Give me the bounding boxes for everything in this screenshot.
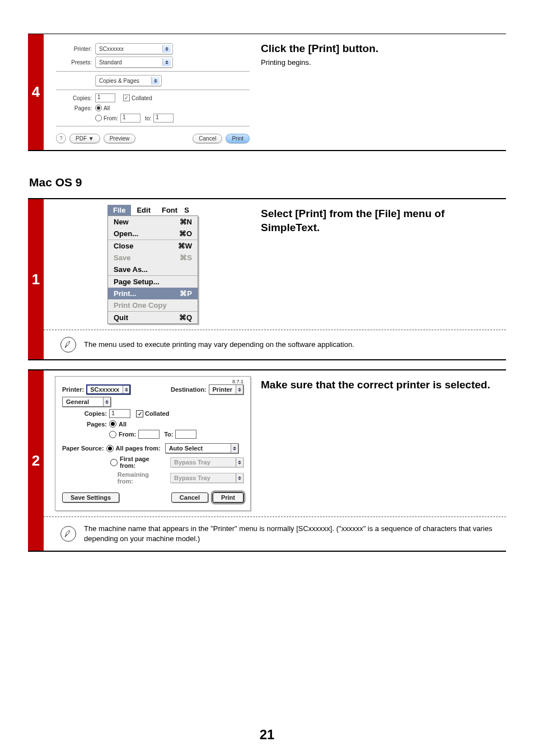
- cancel-button[interactable]: Cancel: [193, 134, 222, 143]
- printer-select[interactable]: SCxxxxxx: [86, 384, 130, 395]
- step-2-title: Make sure that the correct printer is se…: [261, 378, 502, 392]
- copies-input[interactable]: 1: [95, 93, 115, 102]
- dropdown-arrow-icon: [236, 385, 243, 394]
- menubar-font[interactable]: Font: [156, 205, 183, 215]
- file-menu-save: Save⌘S: [108, 252, 198, 264]
- pages-from-input[interactable]: 1: [120, 114, 140, 123]
- preview-button[interactable]: Preview: [104, 134, 136, 143]
- allpages-radio[interactable]: [106, 445, 114, 452]
- menubar-size[interactable]: S: [183, 205, 195, 215]
- file-menu-new[interactable]: New⌘N: [108, 216, 198, 228]
- step-1-note: The menu used to execute printing may va…: [44, 330, 506, 359]
- copies-input[interactable]: 1: [109, 409, 130, 418]
- collated-label: Collated: [145, 410, 169, 417]
- page-number: 21: [0, 727, 534, 743]
- dropdown-arrow-icon: [123, 385, 130, 394]
- step-1-text: Select [Print] from the [File] menu of S…: [256, 199, 506, 330]
- dropdown-arrow-icon: [162, 58, 171, 66]
- file-menu-quit[interactable]: Quit⌘Q: [108, 312, 198, 323]
- dropdown-arrow-icon: [236, 473, 243, 482]
- step-number-1: 1: [28, 199, 44, 359]
- to-label: to:: [145, 115, 151, 121]
- step-2: 2 8.7.1 Printer: SCxxxxxx: [28, 369, 506, 552]
- collated-label: Collated: [132, 95, 152, 101]
- step-4: 4 Printer: SCxxxxxx Presets: Standard: [28, 34, 506, 151]
- pages-all-label: All: [119, 421, 127, 428]
- pages-label: Pages:: [81, 421, 107, 428]
- step-number-4: 4: [28, 34, 44, 150]
- step-number-2: 2: [28, 370, 44, 551]
- remaining-label: Remaining from:: [118, 471, 166, 485]
- file-menu-printone: Print One Copy: [108, 299, 198, 311]
- pages-range-radio[interactable]: [95, 115, 102, 121]
- dropdown-arrow-icon: [236, 458, 243, 467]
- to-label: To:: [164, 431, 173, 438]
- os9-print-dialog: 8.7.1 Printer: SCxxxxxx Destination:: [55, 376, 251, 511]
- pages-range-radio[interactable]: [109, 431, 116, 438]
- pages-all-radio[interactable]: [95, 105, 102, 111]
- from-label: From:: [104, 115, 118, 121]
- presets-value: Standard: [99, 59, 122, 65]
- file-menu-open[interactable]: Open...⌘O: [108, 228, 198, 240]
- firstpage-select: Bypass Tray: [170, 457, 243, 467]
- step-2-note: The machine name that appears in the "Pr…: [44, 517, 506, 551]
- panel-select[interactable]: General: [62, 397, 111, 407]
- panel-select[interactable]: Copies & Pages: [95, 75, 162, 86]
- pdf-menu-button[interactable]: PDF ▼: [69, 134, 100, 143]
- file-menu-saveas[interactable]: Save As...: [108, 264, 198, 275]
- allpages-select[interactable]: Auto Select: [165, 443, 238, 453]
- menubar-file[interactable]: File: [107, 205, 131, 215]
- allpages-label: All pages from:: [116, 445, 161, 452]
- macosx-print-dialog: Printer: SCxxxxxx Presets: Standard: [55, 40, 251, 144]
- dropdown-arrow-icon: [103, 397, 110, 406]
- printer-label: Printer:: [62, 386, 84, 393]
- step-1-title: Select [Print] from the [File] menu of S…: [261, 207, 502, 234]
- help-button[interactable]: ?: [56, 133, 66, 143]
- pages-to-input[interactable]: 1: [153, 114, 174, 123]
- papersource-label: Paper Source:: [62, 445, 104, 452]
- dropdown-arrow-icon: [151, 77, 160, 84]
- remaining-select: Bypass Tray: [170, 473, 243, 483]
- note-icon: [60, 337, 76, 353]
- copies-label: Copies:: [81, 410, 107, 417]
- printer-select[interactable]: SCxxxxxx: [95, 43, 173, 54]
- presets-label: Presets:: [56, 59, 92, 65]
- collated-checkbox[interactable]: [123, 95, 130, 101]
- from-label: From:: [119, 431, 136, 438]
- menubar: File Edit Font S: [107, 205, 198, 215]
- destination-select[interactable]: Printer: [209, 384, 243, 395]
- step-4-sub: Printing begins.: [261, 58, 502, 67]
- dialog-version: 8.7.1: [232, 379, 243, 384]
- firstpage-label: First page from:: [120, 456, 166, 469]
- file-menu-close[interactable]: Close⌘W: [108, 240, 198, 252]
- pages-all-radio[interactable]: [109, 420, 116, 428]
- step-4-screenshot: Printer: SCxxxxxx Presets: Standard: [44, 34, 256, 150]
- presets-select[interactable]: Standard: [95, 57, 173, 68]
- pages-all-label: All: [104, 105, 110, 111]
- pages-to-input[interactable]: [175, 430, 196, 439]
- section-heading: Mac OS 9: [29, 176, 506, 189]
- step-1: 1 File Edit Font S New⌘N Open...⌘O: [28, 198, 506, 360]
- step-4-title: Click the [Print] button.: [261, 42, 502, 56]
- copies-label: Copies:: [56, 95, 92, 101]
- pages-from-input[interactable]: [138, 430, 160, 439]
- panel-value: Copies & Pages: [99, 78, 139, 84]
- print-button[interactable]: Print: [213, 492, 243, 503]
- file-menu-print[interactable]: Print...⌘P: [108, 288, 198, 299]
- note-icon: [60, 526, 76, 542]
- firstpage-radio[interactable]: [110, 459, 118, 466]
- print-button[interactable]: Print: [226, 134, 250, 143]
- step-4-text: Click the [Print] button. Printing begin…: [256, 34, 506, 150]
- step-2-text: Make sure that the correct printer is se…: [256, 370, 506, 516]
- printer-label: Printer:: [56, 46, 92, 52]
- menubar-edit[interactable]: Edit: [131, 205, 156, 215]
- collated-checkbox[interactable]: [136, 410, 143, 417]
- step-1-note-text: The menu used to execute printing may va…: [84, 340, 354, 350]
- step-2-screenshot: 8.7.1 Printer: SCxxxxxx Destination:: [44, 370, 256, 516]
- save-settings-button[interactable]: Save Settings: [62, 492, 119, 503]
- file-menu: New⌘N Open...⌘O Close⌘W Save⌘S Save As..…: [107, 215, 198, 324]
- cancel-button[interactable]: Cancel: [171, 492, 208, 503]
- step-2-note-text: The machine name that appears in the "Pr…: [84, 524, 500, 544]
- dropdown-arrow-icon: [231, 444, 238, 453]
- file-menu-pagesetup[interactable]: Page Setup...: [108, 276, 198, 288]
